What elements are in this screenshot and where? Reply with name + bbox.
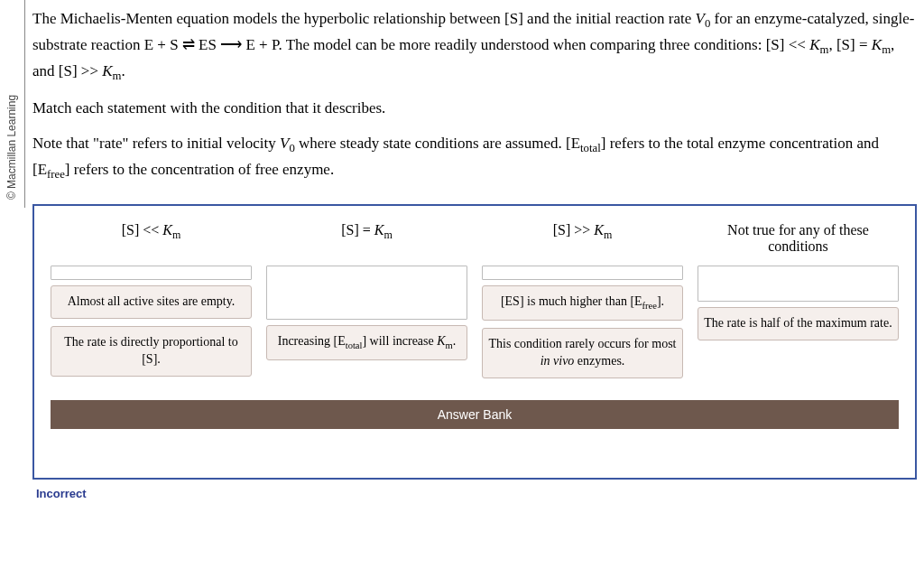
text: ] will increase (362, 334, 437, 348)
k-symbol: K (872, 36, 882, 53)
card-increasing-etotal[interactable]: Increasing [Etotal] will increase Km. (266, 325, 467, 360)
answer-bank-header: Answer Bank (51, 400, 899, 429)
efree-sub: free (47, 168, 65, 181)
column-header: [S] = Km (266, 222, 467, 258)
text: Note that "rate" refers to initial veloc… (32, 135, 280, 152)
branding-sidebar: © Macmillan Learning (0, 0, 25, 208)
status-incorrect: Incorrect (36, 487, 917, 500)
text: . (122, 62, 125, 79)
text: where steady state conditions are assume… (295, 135, 580, 152)
in-vivo: in vivo (541, 354, 575, 368)
column-s-equals-km[interactable]: [S] = Km Increasing [Etotal] will increa… (266, 222, 467, 368)
etotal-sub: total (580, 142, 601, 154)
text: This condition rarely occurs for most (488, 337, 676, 350)
column-header: [S] << Km (51, 222, 252, 258)
drop-slot[interactable] (266, 266, 467, 320)
column-header: [S] >> Km (482, 222, 683, 258)
km-sub: m (113, 70, 122, 83)
card-es-higher-efree[interactable]: [ES] is much higher than [Efree]. (482, 285, 683, 321)
column-s-much-less-km[interactable]: [S] << Km Almost all active sites are em… (51, 222, 252, 384)
k-symbol: K (437, 334, 445, 348)
main-content: The Michaelis-Menten equation models the… (32, 7, 917, 500)
column-s-much-greater-km[interactable]: [S] >> Km [ES] is much higher than [Efre… (482, 222, 683, 386)
intro-paragraph-1: The Michaelis-Menten equation models the… (32, 7, 917, 86)
text: , [S] = (828, 36, 871, 53)
k-symbol: K (809, 36, 819, 53)
column-not-true[interactable]: Not true for any of these conditions The… (698, 222, 899, 348)
text: enzymes. (574, 354, 624, 368)
text: [S] << (122, 222, 163, 238)
text: Increasing [E (278, 334, 346, 348)
text: [S] >> (553, 222, 595, 238)
text: ] refers to the concentration of free en… (65, 161, 334, 178)
km-sub: m (172, 228, 180, 241)
card-rate-half-max[interactable]: The rate is half of the maximum rate. (698, 307, 899, 340)
km-sub: m (383, 228, 392, 241)
v-symbol: V (280, 135, 289, 152)
drop-slot[interactable] (698, 266, 899, 302)
k-symbol: K (594, 222, 604, 238)
km-sub: m (446, 340, 453, 350)
k-symbol: K (102, 62, 112, 79)
text: . (453, 334, 457, 348)
branding-label: © Macmillan Learning (6, 95, 19, 200)
text: [S] = (341, 222, 374, 238)
card-rarely-in-vivo[interactable]: This condition rarely occurs for most in… (482, 328, 683, 378)
etotal-sub: total (346, 340, 363, 350)
column-header: Not true for any of these conditions (698, 222, 899, 258)
intro-paragraph-3: Note that "rate" refers to initial veloc… (32, 132, 917, 184)
text: ]. (657, 294, 664, 308)
card-rate-proportional[interactable]: The rate is directly proportional to [S]… (51, 326, 252, 377)
intro-paragraph-2: Match each statement with the condition … (32, 97, 917, 120)
k-symbol: K (162, 222, 172, 238)
v-symbol: V (696, 10, 705, 27)
km-sub: m (604, 228, 612, 241)
exercise-container: [S] << Km Almost all active sites are em… (32, 204, 917, 480)
text: [ES] is much higher than [E (501, 294, 642, 308)
km-sub: m (882, 44, 891, 57)
km-sub: m (820, 44, 829, 57)
drop-slot[interactable] (482, 266, 683, 280)
efree-sub: free (642, 301, 657, 311)
drop-columns: [S] << Km Almost all active sites are em… (51, 222, 899, 386)
k-symbol: K (374, 222, 384, 238)
answer-bank-body[interactable] (51, 429, 899, 472)
drop-slot[interactable] (51, 266, 252, 280)
card-active-sites-empty[interactable]: Almost all active sites are empty. (51, 285, 252, 319)
text: The Michaelis-Menten equation models the… (32, 10, 696, 27)
